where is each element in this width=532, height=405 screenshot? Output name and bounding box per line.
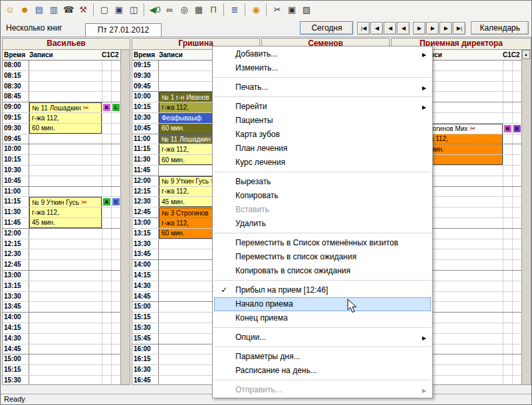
empty-slot[interactable] <box>29 239 102 249</box>
schedule-row[interactable]: 11:30г-жа 112, <box>3 207 120 218</box>
schedule-row[interactable]: 12:30 <box>3 249 120 260</box>
menu-item[interactable]: Переместить в список ожидания <box>213 250 432 264</box>
schedule-row[interactable]: 13:30 <box>3 292 120 303</box>
schedule-row[interactable]: 10:00 <box>3 144 120 155</box>
schedule-row[interactable]: 12:45 <box>3 260 120 271</box>
empty-slot[interactable] <box>29 354 102 364</box>
appointment-text: 60 мин. <box>162 229 185 237</box>
schedule-row[interactable]: 14:30 <box>3 334 120 344</box>
schedule-row[interactable]: 13:45 <box>3 302 120 313</box>
empty-slot[interactable] <box>29 82 102 92</box>
empty-slot[interactable] <box>29 71 102 81</box>
empty-slot[interactable] <box>29 292 102 302</box>
menu-item[interactable]: Вставить <box>213 203 432 217</box>
empty-slot[interactable] <box>29 144 102 154</box>
chair-cell <box>512 281 521 291</box>
app-window: ☺☻▤▥☎⚒▢▣◫◀0∞◎▦Π≣◉✂▣▨ Несколько книг Пт 2… <box>0 0 532 405</box>
schedule-row[interactable]: 08:15 <box>3 71 120 82</box>
schedule-row[interactable]: 15:00 <box>3 354 120 365</box>
schedule-row[interactable]: 15:30 <box>3 376 120 384</box>
empty-slot[interactable] <box>29 344 102 354</box>
empty-slot[interactable] <box>29 249 102 259</box>
schedule-row[interactable]: 14:15 <box>3 323 120 334</box>
menu-item[interactable]: Параметры дня... <box>213 350 432 364</box>
schedule-row[interactable]: 09:15г-жа 112, <box>3 113 120 124</box>
menu-item[interactable]: Расписание на день... <box>213 364 432 378</box>
chair-cell <box>102 144 111 154</box>
schedule-row[interactable]: 12:15 <box>3 239 120 250</box>
empty-slot[interactable] <box>29 134 102 144</box>
scrollbar-strip[interactable] <box>120 50 130 384</box>
appointment-cell[interactable]: 45 мин. <box>29 218 102 228</box>
menu-item[interactable]: Вырезать <box>213 175 432 189</box>
empty-slot[interactable] <box>29 365 102 375</box>
menu-item[interactable]: Добавить...▶ <box>213 47 432 61</box>
schedule-row[interactable]: 13:15 <box>3 281 120 292</box>
schedule-row[interactable]: 10:45 <box>3 176 120 187</box>
appointment-cell[interactable]: № 11 Лошадкин✂ <box>29 102 102 112</box>
time-label: 14:15 <box>132 271 159 281</box>
menu-item[interactable]: Переместить в Список отменённых визитов <box>213 236 432 250</box>
menu-item[interactable]: Опции...▶ <box>213 331 432 344</box>
schedule-row[interactable]: 08:00 <box>3 61 120 71</box>
empty-slot[interactable] <box>29 281 102 291</box>
empty-slot[interactable] <box>29 229 102 239</box>
schedule-row[interactable]: 15:15 <box>3 365 120 376</box>
menu-item[interactable]: Курс лечения <box>213 156 432 170</box>
menu-item[interactable]: Печать...▶ <box>213 80 432 94</box>
menu-item[interactable]: Копировать в список ожидания <box>213 264 432 278</box>
schedule-row[interactable]: 09:00№ 11 Лошадкин✂BL <box>3 102 120 113</box>
schedule-row[interactable]: 11:00 <box>3 187 120 198</box>
empty-slot[interactable] <box>29 313 102 323</box>
empty-slot[interactable] <box>29 260 102 270</box>
empty-slot[interactable] <box>29 187 102 197</box>
appointment-cell[interactable]: г-жа 112, <box>29 207 102 217</box>
schedule-row[interactable]: 11:15№ 9 Уткин Гусь✂AC <box>3 197 120 207</box>
appointment-text: № 3 Строгинов <box>162 209 208 217</box>
empty-slot[interactable] <box>29 323 102 333</box>
empty-slot[interactable] <box>29 334 102 344</box>
empty-slot[interactable] <box>29 166 102 176</box>
chair-cell <box>102 218 111 228</box>
appointment-cell[interactable]: № 9 Уткин Гусь✂ <box>29 197 102 207</box>
menu-item[interactable]: ✓Прибыл на прием [12:46] <box>213 283 432 297</box>
menu-item[interactable]: Начало приема <box>214 297 431 311</box>
menu-item[interactable]: Изменить... <box>213 61 432 75</box>
menu-separator <box>214 327 431 328</box>
scroll-up-button[interactable]: ▲ <box>522 50 530 59</box>
scrollbar-strip[interactable]: ▲ <box>521 50 531 384</box>
menu-item[interactable]: Карта зубов <box>213 128 432 142</box>
empty-slot[interactable] <box>29 61 102 70</box>
schedule-row[interactable]: 08:45 <box>3 92 120 102</box>
appointment-cell[interactable]: 60 мин. <box>29 124 102 134</box>
empty-slot[interactable] <box>29 176 102 186</box>
schedule-row[interactable]: 12:00 <box>3 229 120 239</box>
time-label: 16:15 <box>132 354 159 364</box>
empty-slot[interactable] <box>29 302 102 312</box>
menu-item[interactable]: Удалить <box>213 217 432 231</box>
schedule-row[interactable]: 14:00 <box>3 313 120 323</box>
chair-cell <box>503 102 512 112</box>
empty-slot[interactable] <box>29 92 102 102</box>
schedule-row[interactable]: 14:45 <box>3 344 120 355</box>
menu-item[interactable]: Отправить...▶ <box>213 383 432 397</box>
menu-item[interactable]: Конец приема <box>213 311 432 325</box>
status-badge: B <box>103 104 110 111</box>
chair-cell <box>111 155 120 165</box>
schedule-row[interactable]: 08:30 <box>3 82 120 92</box>
schedule-row[interactable]: 11:4545 мин. <box>3 218 120 229</box>
chair-cell <box>102 249 111 259</box>
appointment-cell[interactable]: г-жа 112, <box>29 113 102 123</box>
empty-slot[interactable] <box>29 271 102 281</box>
schedule-row[interactable]: 13:00 <box>3 271 120 281</box>
menu-item[interactable]: План лечения <box>213 142 432 156</box>
empty-slot[interactable] <box>29 376 102 384</box>
schedule-row[interactable]: 10:30 <box>3 166 120 176</box>
empty-slot[interactable] <box>29 155 102 165</box>
menu-item[interactable]: Пациенты <box>213 114 432 128</box>
schedule-row[interactable]: 09:3060 мин. <box>3 124 120 134</box>
menu-item[interactable]: Перейти▶ <box>213 100 432 114</box>
schedule-row[interactable]: 10:15 <box>3 155 120 166</box>
schedule-row[interactable]: 09:45 <box>3 134 120 145</box>
menu-item[interactable]: Копировать <box>213 189 432 203</box>
